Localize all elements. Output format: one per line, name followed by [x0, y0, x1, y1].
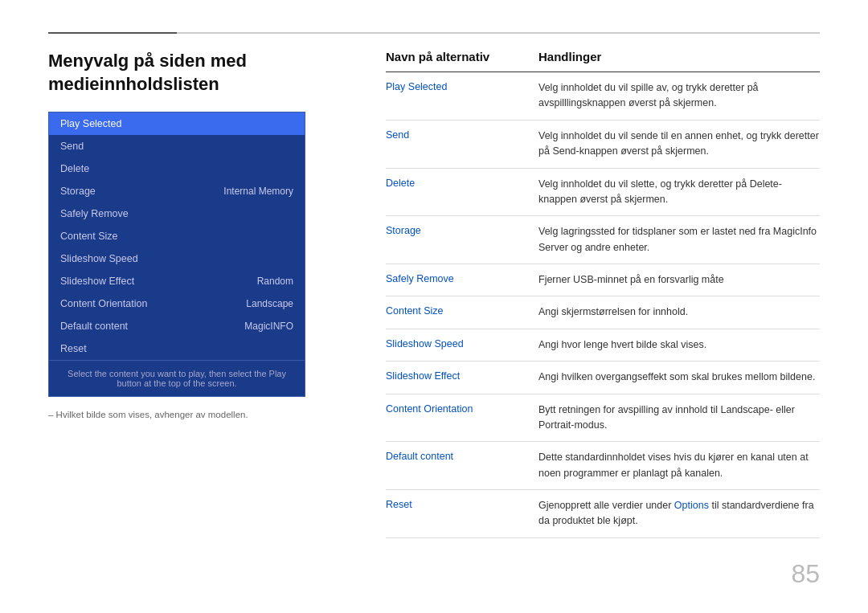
table-header: Navn på alternativ Handlinger	[386, 50, 820, 72]
menu-item-label: Slideshow Effect	[60, 276, 134, 287]
row-desc: Velg innholdet du vil sende til en annen…	[538, 129, 820, 160]
menu-footer: Select the content you want to play, the…	[49, 360, 305, 396]
menu-item-label: Reset	[60, 343, 87, 354]
table-row: Safely RemoveFjerner USB-minnet på en fo…	[386, 264, 820, 296]
row-desc: Gjenopprett alle verdier under Options t…	[538, 498, 820, 529]
page-title: Menyvalg på siden med medieinnholdsliste…	[48, 50, 354, 96]
menu-item-value: Landscape	[246, 298, 293, 309]
row-name: Delete	[386, 177, 506, 189]
row-desc: Fjerner USB-minnet på en forsvarlig måte	[538, 272, 820, 288]
row-desc: Velg innholdet du vil spille av, og tryk…	[538, 80, 820, 112]
row-name: Content Size	[386, 304, 506, 317]
menu-item-label: Play Selected	[60, 118, 121, 129]
right-column: Navn på alternativ Handlinger Play Selec…	[386, 50, 820, 589]
row-desc: Dette standardinnholdet vises hvis du kj…	[538, 450, 820, 481]
menu-box: Play SelectedSendDeleteStorageInternal M…	[48, 112, 305, 397]
row-desc: Velg lagringssted for tidsplaner som er …	[538, 224, 820, 255]
table-row: StorageVelg lagringssted for tidsplaner …	[386, 216, 820, 264]
row-name: Default content	[386, 450, 506, 462]
table-row: Default contentDette standardinnholdet v…	[386, 442, 820, 490]
menu-item-label: Storage	[60, 186, 96, 197]
row-desc: Angi hvilken overgangseffekt som skal br…	[538, 370, 820, 385]
menu-item[interactable]: Safely Remove	[49, 202, 305, 225]
table-row: Slideshow SpeedAngi hvor lenge hvert bil…	[386, 329, 820, 362]
table-row: ResetGjenopprett alle verdier under Opti…	[386, 490, 820, 538]
row-name: Content Orientation	[386, 403, 506, 415]
menu-item-label: Content Size	[60, 231, 118, 242]
menu-item-value: Internal Memory	[223, 186, 293, 197]
menu-item[interactable]: Content Size	[49, 225, 305, 247]
menu-item[interactable]: Slideshow EffectRandom	[49, 270, 305, 292]
content-area: Menyvalg på siden med medieinnholdsliste…	[48, 50, 820, 589]
left-column: Menyvalg på siden med medieinnholdsliste…	[48, 50, 354, 589]
menu-item[interactable]: Play Selected	[49, 112, 305, 135]
menu-item[interactable]: Content OrientationLandscape	[49, 292, 305, 315]
table-row: DeleteVelg innholdet du vil slette, og t…	[386, 169, 820, 217]
menu-item[interactable]: Delete	[49, 157, 305, 180]
row-name: Storage	[386, 224, 506, 236]
menu-item-label: Send	[60, 141, 84, 152]
menu-item[interactable]: StorageInternal Memory	[49, 180, 305, 202]
row-name: Play Selected	[386, 80, 506, 92]
column-action-header: Handlinger	[538, 50, 820, 63]
menu-item-label: Slideshow Speed	[60, 253, 138, 264]
top-border	[48, 32, 820, 34]
menu-item-label: Default content	[60, 321, 128, 332]
table-row: Slideshow EffectAngi hvilken overgangsef…	[386, 362, 820, 394]
menu-item-value: Random	[257, 276, 293, 287]
page-container: Menyvalg på siden med medieinnholdsliste…	[0, 0, 868, 613]
highlight-text: Options	[674, 500, 709, 511]
table-rows-container: Play SelectedVelg innholdet du vil spill…	[386, 72, 820, 538]
row-name: Slideshow Effect	[386, 370, 506, 382]
row-desc: Bytt retningen for avspilling av innhold…	[538, 403, 820, 434]
menu-item-label: Safely Remove	[60, 208, 129, 219]
column-name-header: Navn på alternativ	[386, 50, 506, 63]
menu-item[interactable]: Reset	[49, 337, 305, 360]
row-desc: Angi skjermstørrelsen for innhold.	[538, 304, 820, 320]
menu-item-label: Delete	[60, 163, 89, 174]
menu-item[interactable]: Slideshow Speed	[49, 247, 305, 270]
table-row: Play SelectedVelg innholdet du vil spill…	[386, 72, 820, 121]
row-desc: Velg innholdet du vil slette, og trykk d…	[538, 177, 820, 208]
table-row: Content SizeAngi skjermstørrelsen for in…	[386, 296, 820, 329]
page-number: 85	[791, 559, 820, 589]
menu-item[interactable]: Send	[49, 135, 305, 157]
menu-items-container: Play SelectedSendDeleteStorageInternal M…	[49, 112, 305, 360]
row-name: Safely Remove	[386, 272, 506, 284]
row-name: Reset	[386, 498, 506, 510]
table-row: Content OrientationBytt retningen for av…	[386, 394, 820, 443]
menu-item-value: MagicINFO	[244, 321, 293, 332]
footnote: – Hvilket bilde som vises, avhenger av m…	[48, 410, 354, 419]
row-desc: Angi hvor lenge hvert bilde skal vises.	[538, 337, 820, 353]
row-name: Send	[386, 129, 506, 141]
row-name: Slideshow Speed	[386, 337, 506, 349]
menu-item[interactable]: Default contentMagicINFO	[49, 315, 305, 337]
menu-item-label: Content Orientation	[60, 298, 147, 309]
table-row: SendVelg innholdet du vil sende til en a…	[386, 121, 820, 169]
